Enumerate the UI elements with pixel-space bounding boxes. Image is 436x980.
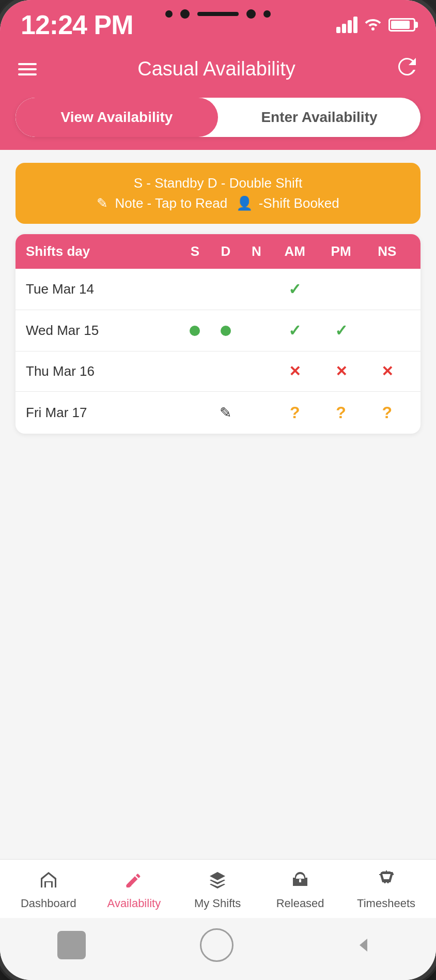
tab-group: View Availability Enter Availability — [15, 98, 421, 137]
menu-button[interactable] — [18, 63, 37, 75]
col-ns: NS — [364, 243, 410, 259]
cell-fri-ns: ? — [364, 403, 410, 422]
col-s: S — [180, 243, 211, 259]
cell-fri-d[interactable]: ✎ — [210, 404, 241, 421]
camera-dot-3 — [246, 9, 256, 19]
cell-fri-am: ? — [272, 403, 318, 422]
standby-dot — [190, 326, 200, 336]
svg-marker-1 — [360, 939, 367, 952]
top-nav: Casual Availability — [0, 45, 436, 98]
legend-line2: ✎ Note - Tap to Read 👤 -Shift Booked — [28, 193, 408, 213]
note-pencil-icon[interactable]: ✎ — [220, 404, 231, 421]
cross-icon: ✕ — [289, 363, 301, 380]
check-icon: ✓ — [288, 321, 301, 340]
nav-timesheets-label: Timesheets — [357, 897, 415, 910]
nav-square-button[interactable] — [57, 931, 86, 959]
camera-speaker — [197, 12, 239, 16]
cross-icon: ✕ — [335, 363, 347, 380]
nav-availability[interactable]: Availability — [107, 870, 161, 910]
phone-frame: 12:24 PM — [0, 0, 436, 980]
cell-thu-ns: ✕ — [364, 363, 410, 380]
row-date-tue: Tue Mar 14 — [26, 281, 180, 297]
phone-screen: 12:24 PM — [0, 0, 436, 980]
nav-released[interactable]: Released — [274, 870, 326, 910]
status-bar: 12:24 PM — [0, 0, 436, 45]
nav-timesheets[interactable]: Timesheets — [357, 870, 415, 910]
bucket-icon — [291, 870, 309, 893]
status-time: 12:24 PM — [21, 9, 133, 40]
nav-availability-label: Availability — [107, 897, 161, 910]
cell-wed-s — [180, 326, 211, 336]
cell-wed-am: ✓ — [272, 321, 318, 340]
cell-tue-am: ✓ — [272, 280, 318, 298]
battery-icon — [388, 18, 415, 32]
page-title: Casual Availability — [137, 58, 295, 80]
table-row: Thu Mar 16 ✕ ✕ ✕ — [15, 351, 421, 392]
col-d: D — [210, 243, 241, 259]
layers-icon — [208, 870, 227, 893]
status-icons — [336, 16, 415, 34]
cross-icon: ✕ — [381, 363, 393, 380]
nav-my-shifts-label: My Shifts — [194, 897, 241, 910]
col-shifts-day: Shifts day — [26, 243, 180, 259]
check-icon: ✓ — [335, 321, 348, 340]
refresh-button[interactable] — [396, 56, 418, 82]
phone-bottom — [0, 918, 436, 980]
nav-dashboard[interactable]: Dashboard — [21, 870, 76, 910]
nav-back-button[interactable] — [348, 931, 379, 959]
nav-home-button[interactable] — [200, 928, 233, 962]
check-icon: ✓ — [288, 280, 301, 298]
question-icon: ? — [382, 403, 393, 422]
camera-area — [165, 9, 271, 19]
cell-thu-am: ✕ — [272, 363, 318, 380]
home-icon — [39, 870, 58, 893]
cell-thu-pm: ✕ — [318, 363, 364, 380]
bottom-nav: Dashboard Availability My Shifts — [0, 859, 436, 918]
nav-my-shifts[interactable]: My Shifts — [192, 870, 243, 910]
table-row: Wed Mar 15 ✓ ✓ — [15, 310, 421, 351]
content-area: S - Standby D - Double Shift ✎ Note - Ta… — [0, 150, 436, 859]
cell-wed-pm: ✓ — [318, 321, 364, 340]
svg-rect-0 — [126, 885, 131, 886]
tab-container: View Availability Enter Availability — [0, 98, 436, 150]
double-dot — [221, 326, 231, 336]
question-icon: ? — [290, 403, 300, 422]
tab-enter-availability[interactable]: Enter Availability — [218, 98, 421, 137]
signal-icon — [336, 17, 357, 33]
table-row: Fri Mar 17 ✎ ? ? ? — [15, 392, 421, 434]
main-content: View Availability Enter Availability S -… — [0, 98, 436, 859]
legend-line1: S - Standby D - Double Shift — [28, 173, 408, 193]
shift-booked-icon: 👤 — [236, 195, 253, 211]
legend-banner: S - Standby D - Double Shift ✎ Note - Ta… — [15, 163, 421, 224]
edit-icon — [124, 870, 143, 893]
camera-dot-1 — [165, 10, 173, 18]
note-icon: ✎ — [97, 195, 108, 211]
cell-wed-d — [210, 326, 241, 336]
table-header: Shifts day S D N AM PM NS — [15, 234, 421, 269]
col-pm: PM — [318, 243, 364, 259]
row-date-wed: Wed Mar 15 — [26, 323, 180, 339]
cart-icon — [377, 870, 396, 893]
question-icon: ? — [336, 403, 346, 422]
shifts-table: Shifts day S D N AM PM NS Tue Mar 14 — [15, 234, 421, 434]
tab-view-availability[interactable]: View Availability — [15, 98, 218, 137]
cell-fri-pm: ? — [318, 403, 364, 422]
row-date-fri: Fri Mar 17 — [26, 405, 180, 421]
table-row: Tue Mar 14 ✓ — [15, 269, 421, 310]
col-am: AM — [272, 243, 318, 259]
wifi-icon — [364, 16, 382, 34]
nav-dashboard-label: Dashboard — [21, 897, 76, 910]
row-date-thu: Thu Mar 16 — [26, 363, 180, 379]
col-n: N — [241, 243, 272, 259]
nav-released-label: Released — [276, 897, 324, 910]
camera-dot-2 — [180, 9, 190, 19]
camera-dot-4 — [263, 10, 271, 18]
